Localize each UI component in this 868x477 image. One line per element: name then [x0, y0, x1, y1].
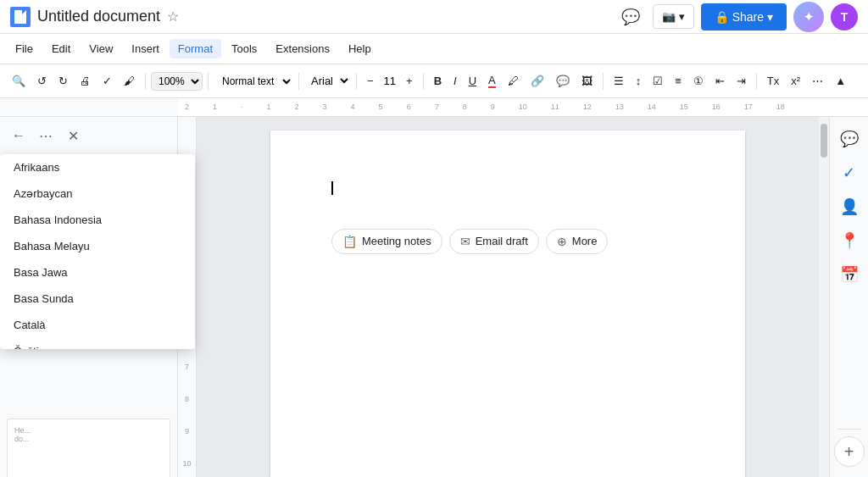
lock-icon: 🔒 — [715, 10, 729, 24]
menu-edit[interactable]: Edit — [43, 39, 79, 58]
bullet-btn[interactable]: ≡ — [670, 71, 687, 91]
right-panel-chat-btn[interactable]: 💬 — [834, 124, 865, 154]
toolbar-sep-2 — [208, 73, 209, 90]
avatar[interactable]: T — [831, 3, 858, 31]
menu-format[interactable]: Format — [170, 39, 221, 58]
paint-format-btn[interactable]: 🖌 — [119, 71, 140, 91]
lang-option-bahasa-indonesia[interactable]: Bahasa Indonesia — [0, 207, 195, 233]
lang-option-afrikaans[interactable]: Afrikaans — [0, 154, 195, 180]
more-chip[interactable]: ⊕ More — [546, 229, 609, 254]
toolbar-sep-5 — [423, 73, 424, 90]
toolbar-sep-1 — [145, 73, 146, 90]
right-panel-separator — [837, 429, 861, 430]
font-size-increase-btn[interactable]: + — [401, 71, 418, 91]
title-bar: Untitled document ☆ 💬 📷 ▾ 🔒 Share ▾ ✦ T — [0, 0, 868, 34]
sidebar-back-btn[interactable]: ← — [7, 124, 31, 147]
ruler: 21 ·1 23 45 67 89 1011 1213 1415 1617 18 — [0, 98, 868, 117]
camera-btn-arrow: ▾ — [679, 10, 685, 23]
right-panel-calendar-btn[interactable]: 📅 — [834, 259, 865, 290]
clear-format-btn[interactable]: Tx — [762, 71, 784, 91]
share-label: Share — [732, 10, 764, 24]
lang-option-basa-sunda[interactable]: Basa Sunda — [0, 286, 195, 312]
right-panel-maps-btn[interactable]: 📍 — [834, 225, 865, 256]
doc-thumbnail: He... do... — [7, 419, 170, 477]
meeting-notes-chip[interactable]: 📋 Meeting notes — [331, 229, 442, 254]
chat-icon-btn[interactable]: 💬 — [615, 2, 646, 32]
lang-option-cestina[interactable]: Čeština — [0, 338, 195, 349]
indent-decrease-btn[interactable]: ⇤ — [710, 71, 730, 91]
camera-icon: 📷 — [662, 10, 676, 23]
share-arrow: ▾ — [767, 10, 773, 24]
document-area[interactable]: 📋 Meeting notes ✉ Email draft ⊕ More — [197, 117, 819, 477]
zoom-select[interactable]: 100% — [151, 72, 203, 91]
sidebar-more-btn[interactable]: ⋯ — [34, 124, 58, 147]
highlight-btn[interactable]: 🖊 — [503, 71, 524, 91]
document-page[interactable]: 📋 Meeting notes ✉ Email draft ⊕ More — [270, 130, 745, 477]
ruler-numbers: 21 ·1 23 45 67 89 1011 1213 1415 1617 18 — [178, 98, 785, 114]
camera-btn[interactable]: 📷 ▾ — [653, 4, 694, 29]
toolbar-sep-6 — [603, 73, 604, 90]
underline-btn[interactable]: U — [464, 71, 481, 91]
numbered-btn[interactable]: ① — [688, 71, 709, 91]
main-layout: ← ⋯ ✕ English (UK) ▾ + Afrikaans Azərbay… — [0, 117, 868, 477]
toolbar-sep-3 — [298, 73, 299, 90]
indent-increase-btn[interactable]: ⇥ — [732, 71, 751, 91]
style-select[interactable]: Normal text — [214, 73, 293, 90]
menu-tools[interactable]: Tools — [223, 39, 265, 58]
align-btn[interactable]: ☰ — [609, 71, 629, 91]
email-draft-icon: ✉ — [460, 235, 470, 248]
sidebar-close-btn[interactable]: ✕ — [61, 124, 85, 147]
lang-option-basa-jawa[interactable]: Basa Jawa — [0, 259, 195, 286]
search-btn[interactable]: 🔍 — [7, 71, 31, 91]
font-select[interactable]: Arial — [304, 70, 351, 92]
superscript-btn[interactable]: x² — [786, 71, 805, 91]
menu-view[interactable]: View — [81, 39, 121, 58]
link-btn[interactable]: 🔗 — [526, 71, 549, 91]
menu-bar: File Edit View Insert Format Tools Exten… — [0, 34, 868, 64]
toolbar-sep-4 — [356, 73, 357, 90]
menu-extensions[interactable]: Extensions — [267, 39, 338, 58]
font-size-value: 11 — [381, 75, 399, 87]
menu-insert[interactable]: Insert — [123, 39, 168, 58]
menu-file[interactable]: File — [7, 39, 42, 58]
more-label: More — [572, 235, 598, 247]
line-spacing-btn[interactable]: ↕ — [631, 71, 647, 91]
lang-popup: Afrikaans Azərbaycan Bahasa Indonesia Ba… — [0, 154, 195, 349]
lang-option-azerbaycan[interactable]: Azərbaycan — [0, 180, 195, 207]
star-icon[interactable]: ☆ — [167, 8, 179, 25]
more-toolbar-btn[interactable]: ⋯ — [807, 71, 828, 91]
comment-btn[interactable]: 💬 — [551, 71, 575, 91]
scroll-thumb[interactable] — [821, 124, 827, 158]
right-panel-add-btn[interactable]: + — [834, 436, 865, 467]
print-btn[interactable]: 🖨 — [75, 71, 96, 91]
gemini-icon[interactable]: ✦ — [793, 2, 824, 32]
share-button[interactable]: 🔒 Share ▾ — [701, 3, 787, 31]
collapse-toolbar-btn[interactable]: ▲ — [830, 71, 851, 91]
checklist-btn[interactable]: ☑ — [648, 71, 668, 91]
more-icon: ⊕ — [557, 235, 567, 248]
menu-help[interactable]: Help — [340, 39, 380, 58]
email-draft-label: Email draft — [476, 235, 528, 247]
right-panel-tasks-btn[interactable]: ✓ — [834, 158, 865, 188]
toolbar-sep-7 — [756, 73, 757, 90]
text-cursor — [331, 181, 333, 195]
left-sidebar: ← ⋯ ✕ English (UK) ▾ + Afrikaans Azərbay… — [0, 117, 178, 477]
scrollbar[interactable] — [819, 117, 829, 477]
email-draft-chip[interactable]: ✉ Email draft — [449, 229, 539, 254]
ruler-inner: 21 ·1 23 45 67 89 1011 1213 1415 1617 18 — [178, 98, 868, 116]
document-title[interactable]: Untitled document — [37, 8, 160, 25]
text-color-btn[interactable]: A — [483, 70, 501, 92]
lang-option-bahasa-melayu[interactable]: Bahasa Melayu — [0, 233, 195, 259]
meeting-notes-icon: 📋 — [342, 235, 357, 248]
right-panel-people-btn[interactable]: 👤 — [834, 191, 865, 222]
font-size-decrease-btn[interactable]: − — [362, 71, 379, 91]
smart-chips: 📋 Meeting notes ✉ Email draft ⊕ More — [331, 229, 684, 254]
image-btn[interactable]: 🖼 — [576, 71, 598, 91]
undo-btn[interactable]: ↺ — [32, 71, 52, 91]
spellcheck-btn[interactable]: ✓ — [97, 71, 117, 91]
bold-btn[interactable]: B — [429, 71, 447, 91]
italic-btn[interactable]: I — [448, 71, 462, 91]
lang-popup-scroll: Afrikaans Azərbaycan Bahasa Indonesia Ba… — [0, 154, 195, 349]
redo-btn[interactable]: ↻ — [53, 71, 73, 91]
lang-option-catala[interactable]: Català — [0, 312, 195, 338]
